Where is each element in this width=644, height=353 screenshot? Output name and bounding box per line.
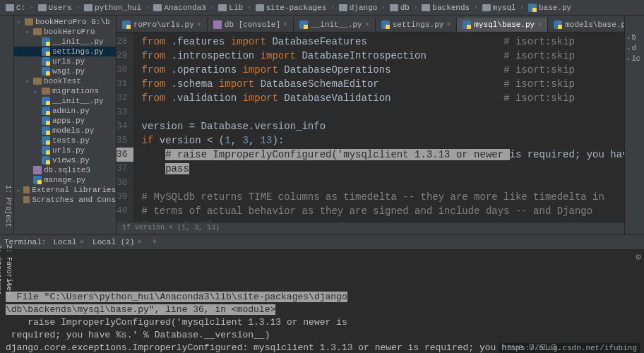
folder-icon xyxy=(153,4,162,11)
folder-icon xyxy=(482,4,491,11)
tree-node[interactable]: tests.py xyxy=(14,136,116,145)
tree-node[interactable]: urls.py xyxy=(14,145,116,155)
tree-node[interactable]: wsgi.py xyxy=(14,66,116,76)
breadcrumb-item[interactable]: db xyxy=(387,3,412,13)
tree-node[interactable]: views.py xyxy=(14,155,116,165)
project-tree[interactable]: ▾bookHeroPro G:\b▾bookHeroPro__init__.py… xyxy=(14,16,117,234)
breadcrumb-bar: C:›Users›python_hui›Anaconda3›Lib›site-p… xyxy=(0,0,644,16)
dir-icon xyxy=(23,196,30,203)
folder-icon xyxy=(339,4,347,11)
tree-node[interactable]: ▾bookHeroPro G:\b xyxy=(14,17,116,27)
py-icon xyxy=(42,47,50,56)
terminal-tab[interactable]: Local× xyxy=(49,237,88,248)
breadcrumb-item[interactable]: django xyxy=(336,3,381,13)
py-icon xyxy=(42,107,50,115)
close-icon[interactable]: × xyxy=(283,21,287,29)
folder-icon xyxy=(6,4,14,11)
py-icon xyxy=(33,176,42,184)
py-icon xyxy=(554,20,562,29)
db-icon xyxy=(213,20,222,29)
py-icon xyxy=(42,67,50,76)
tree-node[interactable]: ▾bookHeroPro xyxy=(14,27,116,37)
py-icon xyxy=(463,20,471,29)
code-content[interactable]: from .features import DatabaseFeatures #… xyxy=(133,32,624,222)
line-gutter: 2829303132333435363738394041 xyxy=(117,32,133,222)
folder-icon xyxy=(256,4,264,11)
py-icon xyxy=(42,97,50,105)
dir-icon xyxy=(33,28,42,35)
close-icon[interactable]: × xyxy=(446,21,451,29)
folder-icon xyxy=(218,4,227,11)
py-icon xyxy=(42,116,50,125)
right-rail: ▸b▸d▸ic xyxy=(624,16,644,234)
tree-node[interactable]: manage.py xyxy=(14,175,116,185)
folder-icon xyxy=(84,4,93,11)
breadcrumb-item[interactable]: Lib xyxy=(215,3,246,13)
py-icon xyxy=(42,57,50,66)
tree-node[interactable]: ▾bookTest xyxy=(14,76,116,86)
dir-icon xyxy=(23,186,30,193)
vertical-tab[interactable]: 7: Structure xyxy=(0,240,4,299)
breadcrumb-item[interactable]: Anaconda3 xyxy=(150,3,208,13)
terminal-tab[interactable]: Local (2)× xyxy=(88,237,146,248)
py-icon xyxy=(42,136,50,145)
editor-tab[interactable]: models\base.py× xyxy=(548,18,624,32)
py-icon xyxy=(42,146,50,155)
dir-icon xyxy=(25,18,33,25)
rail-item[interactable]: ▸b xyxy=(625,32,644,43)
db-icon xyxy=(33,166,42,174)
tree-node[interactable]: __init__.py xyxy=(14,37,116,47)
tree-node[interactable]: apps.py xyxy=(14,116,116,126)
close-icon[interactable]: × xyxy=(365,21,369,29)
breadcrumb-item[interactable]: base.py xyxy=(525,3,574,13)
breadcrumb-item[interactable]: site-packages xyxy=(253,3,330,13)
breadcrumb-item[interactable]: backends xyxy=(419,3,472,13)
code-crumb[interactable]: if version < (1, 3, 13) xyxy=(117,222,624,234)
editor-tab[interactable]: __init__.py× xyxy=(294,18,376,32)
folder-icon xyxy=(390,4,398,11)
left-tool-gutter: 1: Project xyxy=(0,16,14,234)
close-icon[interactable]: × xyxy=(197,21,201,29)
dir-icon xyxy=(33,78,42,85)
py-icon xyxy=(299,20,308,29)
py-icon xyxy=(42,156,50,164)
code-editor[interactable]: 2829303132333435363738394041 from .featu… xyxy=(117,32,624,222)
breadcrumb-item[interactable]: mysql xyxy=(479,3,519,13)
tree-node[interactable]: settings.py xyxy=(14,47,116,56)
terminal-header: Terminal: Local×Local (2)× + xyxy=(0,234,644,250)
tree-node[interactable]: admin.py xyxy=(14,106,116,116)
dir-icon xyxy=(42,88,50,95)
breadcrumb-item[interactable]: C: xyxy=(3,3,28,13)
breadcrumb-item[interactable]: Users xyxy=(35,3,75,13)
terminal-add-tab[interactable]: + xyxy=(152,237,157,247)
tree-node[interactable]: __init__.py xyxy=(14,96,116,106)
py-icon xyxy=(42,126,50,135)
tree-node[interactable]: db.sqlite3 xyxy=(14,165,116,175)
close-icon[interactable]: × xyxy=(137,238,142,246)
editor-tab[interactable]: settings.py× xyxy=(376,18,458,32)
vertical-tab[interactable]: 2: Favorites xyxy=(4,240,14,299)
terminal-settings-icon[interactable]: ⚙ xyxy=(636,251,641,264)
close-icon[interactable]: × xyxy=(537,21,542,29)
editor-tab-bar: roPro\urls.py×db [console]×__init__.py×s… xyxy=(117,16,624,32)
tree-node[interactable]: ▸migrations xyxy=(14,86,116,96)
editor-tab[interactable]: mysql\base.py× xyxy=(457,18,548,32)
tree-node[interactable]: models.py xyxy=(14,126,116,136)
tree-node[interactable]: ▸External Libraries xyxy=(14,185,116,195)
py-icon xyxy=(42,37,50,46)
rail-item[interactable]: ▸ic xyxy=(625,54,644,64)
tree-node[interactable]: Scratches and Cons xyxy=(14,195,116,205)
footer-url: https://blog.csdn.net/ifubing xyxy=(499,343,640,353)
py-icon xyxy=(528,4,537,12)
breadcrumb-item[interactable]: python_hui xyxy=(81,3,144,13)
rail-item[interactable]: ▸d xyxy=(625,43,644,54)
terminal-body[interactable]: ⚙ ) File "C:\Users\python_hui\Anaconda3\… xyxy=(0,250,644,339)
close-icon[interactable]: × xyxy=(79,238,84,246)
editor-tab[interactable]: db [console]× xyxy=(208,18,294,32)
folder-icon xyxy=(38,4,47,11)
editor-tab[interactable]: roPro\urls.py× xyxy=(117,18,208,32)
project-tool-btn[interactable]: 1: Project xyxy=(0,182,13,230)
tree-node[interactable]: urls.py xyxy=(14,56,116,66)
py-icon xyxy=(381,20,390,29)
folder-icon xyxy=(422,4,430,11)
